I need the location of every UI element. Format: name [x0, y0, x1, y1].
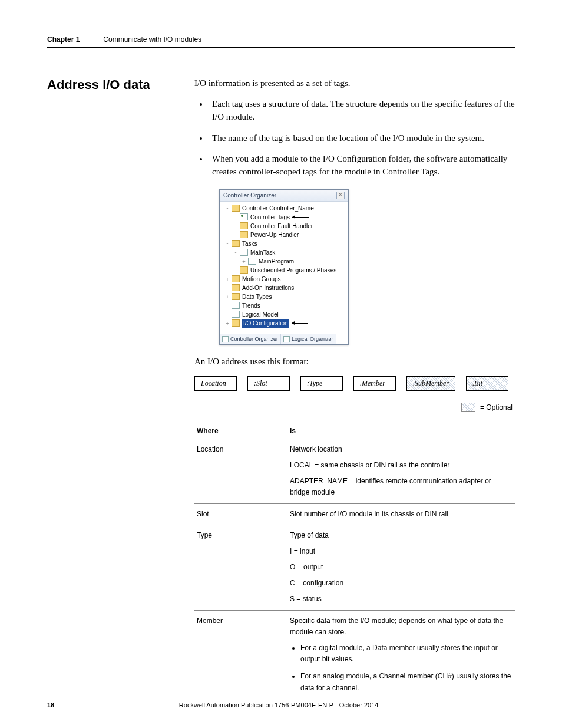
format-box: .SubMember: [406, 376, 455, 391]
bullet-list: Each tag uses a structure of data. The s…: [194, 98, 515, 179]
format-box: Location: [194, 376, 237, 391]
close-icon[interactable]: ×: [336, 192, 345, 199]
tree-item[interactable]: Logical Model: [222, 310, 346, 319]
table-cell-bullet: For a digital module, a Data member usua…: [300, 643, 513, 665]
tree-item-label: Data Types: [242, 292, 272, 301]
tree-item-label: I/O Configuration: [242, 319, 289, 328]
table-cell-line: LOCAL = same chassis or DIN rail as the …: [290, 460, 513, 471]
organizer-title-text: Controller Organizer: [223, 192, 276, 199]
tree-item-label: Tasks: [242, 239, 257, 248]
tree-item[interactable]: Unscheduled Programs / Phases: [222, 266, 346, 275]
table-cell-bullet: For an analog module, a Channel member (…: [300, 671, 513, 693]
doc-icon: [240, 249, 248, 256]
chapter-title: Communicate with I/O modules: [103, 35, 201, 44]
tree-item[interactable]: Trends: [222, 301, 346, 310]
tree-icon: [283, 336, 290, 342]
folder-open-icon: [232, 205, 240, 212]
tree-item-label: Unscheduled Programs / Phases: [250, 266, 336, 275]
tree-item[interactable]: Controller Fault Handler: [222, 222, 346, 230]
format-box: :Type: [300, 376, 343, 391]
doc-icon: [248, 258, 256, 265]
intro-text: I/O information is presented as a set of…: [194, 77, 515, 90]
expand-icon[interactable]: +: [224, 293, 230, 301]
section-heading: Address I/O data: [47, 77, 194, 93]
table-cell-is: Specific data from the I/O module; depen…: [287, 610, 515, 699]
closed-icon: [240, 266, 248, 274]
expand-icon[interactable]: +: [224, 319, 230, 328]
optional-legend: = Optional: [194, 403, 515, 412]
tree-item[interactable]: -Controller Controller_Name: [222, 204, 346, 213]
tab-label: Logical Organizer: [292, 336, 333, 342]
closed-icon: [232, 275, 240, 282]
table-cell-where: Slot: [194, 503, 287, 525]
chapter-label: Chapter 1: [47, 35, 80, 44]
collapse-icon[interactable]: -: [233, 249, 239, 257]
table-cell-is: Slot number of I/O module in its chassis…: [287, 503, 515, 525]
tree-item[interactable]: +Data Types: [222, 292, 346, 301]
tree-item-label: Logical Model: [242, 310, 279, 319]
table-row: TypeType of dataI = inputO = outputC = c…: [194, 525, 515, 610]
address-format-row: Location:Slot:Type.Member.SubMember.Bit: [194, 376, 515, 391]
organizer-tree: -Controller Controller_NameController Ta…: [220, 202, 348, 334]
table-header-is: Is: [287, 423, 515, 439]
table-cell-where: Member: [194, 610, 287, 699]
tree-item-label: Power-Up Handler: [250, 230, 299, 239]
table-cell-where: Location: [194, 439, 287, 503]
bullet-item: The name of the tag is based on the loca…: [209, 132, 515, 145]
bullet-item: When you add a module to the I/O Configu…: [209, 153, 515, 179]
tree-item[interactable]: Power-Up Handler: [222, 230, 346, 239]
tab-controller-organizer[interactable]: Controller Organizer: [220, 334, 281, 344]
table-cell-line: Type of data: [290, 530, 513, 541]
format-box: .Bit: [466, 376, 508, 391]
organizer-tabs: Controller Organizer Logical Organizer: [220, 334, 348, 344]
table-cell-is: Network locationLOCAL = same chassis or …: [287, 439, 515, 503]
tree-item[interactable]: -Tasks: [222, 239, 346, 248]
tree-item-label: Controller Controller_Name: [242, 204, 314, 213]
closed-icon: [232, 293, 240, 300]
tree-item[interactable]: -MainTask: [222, 248, 346, 257]
closed-icon: [232, 284, 240, 291]
tab-logical-organizer[interactable]: Logical Organizer: [281, 334, 336, 344]
tree-item-label: Add-On Instructions: [242, 284, 294, 292]
table-row: LocationNetwork locationLOCAL = same cha…: [194, 439, 515, 503]
table-cell-line: I = input: [290, 546, 513, 557]
page-header: Chapter 1 Communicate with I/O modules: [47, 35, 515, 48]
tree-item-label: MainProgram: [259, 257, 294, 266]
collapse-icon[interactable]: -: [224, 240, 230, 248]
expand-icon[interactable]: +: [224, 275, 230, 284]
address-definition-table: Where Is LocationNetwork locationLOCAL =…: [194, 423, 515, 699]
format-box: :Slot: [247, 376, 290, 391]
expand-icon[interactable]: +: [241, 258, 247, 266]
table-cell-line: C = configuration: [290, 578, 513, 589]
table-cell-line: S = status: [290, 594, 513, 605]
tags-icon: [240, 213, 248, 220]
tree-item-label: Controller Fault Handler: [250, 222, 313, 230]
tree-item[interactable]: Controller Tags: [222, 213, 346, 222]
tree-item-label: Trends: [242, 301, 260, 310]
publication-info: Rockwell Automation Publication 1756-PM0…: [54, 701, 503, 709]
closed-icon: [240, 222, 248, 229]
table-header-where: Where: [194, 423, 287, 439]
tree-item[interactable]: Add-On Instructions: [222, 284, 346, 292]
page-number: 18: [47, 701, 54, 709]
page-footer: 18 Rockwell Automation Publication 1756-…: [47, 701, 515, 709]
bullet-item: Each tag uses a structure of data. The s…: [209, 98, 515, 124]
optional-swatch-icon: [461, 403, 475, 412]
controller-organizer-panel: Controller Organizer × -Controller Contr…: [219, 189, 349, 345]
tree-item[interactable]: +Motion Groups: [222, 275, 346, 284]
table-cell-line: O = output: [290, 562, 513, 573]
trends-icon: [232, 302, 240, 309]
tree-item[interactable]: +I/O Configuration: [222, 319, 346, 328]
tree-item[interactable]: +MainProgram: [222, 257, 346, 266]
tree-item-label: Controller Tags: [250, 213, 290, 222]
tree-item-label: Motion Groups: [242, 275, 281, 284]
table-cell-line: ADAPTER_NAME = identifies remote communi…: [290, 476, 513, 498]
organizer-titlebar: Controller Organizer ×: [220, 190, 348, 202]
table-cell-bullets: For a digital module, a Data member usua…: [290, 643, 513, 694]
table-cell-where: Type: [194, 525, 287, 610]
folder-open-icon: [232, 240, 240, 247]
closed-icon: [240, 231, 248, 238]
tree-item-label: MainTask: [250, 248, 275, 257]
collapse-icon[interactable]: -: [224, 205, 230, 213]
tab-label: Controller Organizer: [230, 336, 278, 342]
